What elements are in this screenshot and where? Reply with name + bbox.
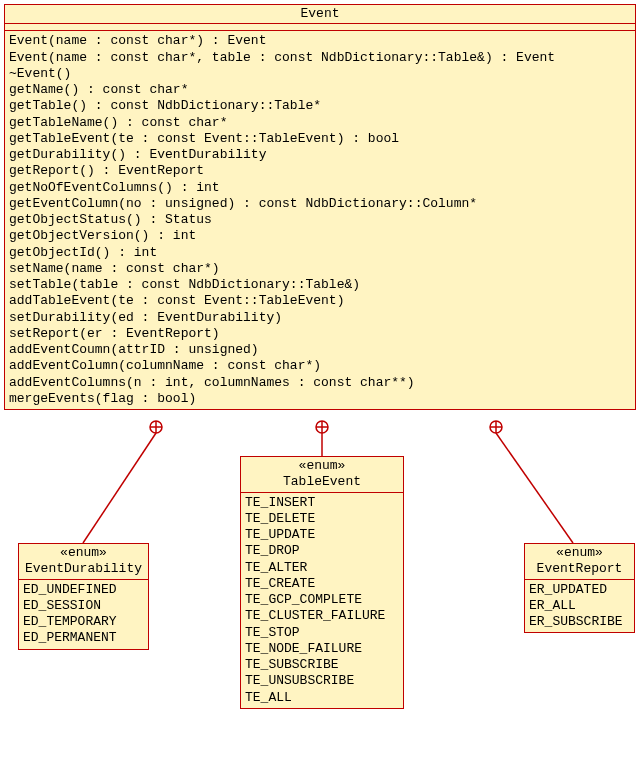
list-item: ED_SESSION	[23, 598, 144, 614]
list-item: TE_UPDATE	[245, 527, 399, 543]
list-item: addEventColumn(columnName : const char*)	[9, 358, 631, 374]
svg-point-8	[490, 421, 502, 433]
list-item: TE_DELETE	[245, 511, 399, 527]
enum-tableevent-values: TE_INSERTTE_DELETETE_UPDATETE_DROPTE_ALT…	[241, 493, 403, 708]
list-item: ER_UPDATED	[529, 582, 630, 598]
list-item: getName() : const char*	[9, 82, 631, 98]
enum-tableevent-name: TableEvent	[244, 474, 400, 490]
list-item: getTableName() : const char*	[9, 115, 631, 131]
list-item: setName(name : const char*)	[9, 261, 631, 277]
enum-eventdurability: «enum» EventDurability ED_UNDEFINEDED_SE…	[18, 543, 149, 650]
stereotype-label: «enum»	[22, 545, 145, 561]
list-item: getObjectVersion() : int	[9, 228, 631, 244]
list-item: addEventColumns(n : int, columnNames : c…	[9, 375, 631, 391]
list-item: ED_UNDEFINED	[23, 582, 144, 598]
svg-point-4	[316, 421, 328, 433]
list-item: getObjectId() : int	[9, 245, 631, 261]
list-item: addEventCoumn(attrID : unsigned)	[9, 342, 631, 358]
list-item: setDurability(ed : EventDurability)	[9, 310, 631, 326]
svg-point-0	[150, 421, 162, 433]
list-item: getDurability() : EventDurability	[9, 147, 631, 163]
list-item: TE_STOP	[245, 625, 399, 641]
class-event: Event Event(name : const char*) : EventE…	[4, 4, 636, 410]
list-item: TE_SUBSCRIBE	[245, 657, 399, 673]
list-item: TE_DROP	[245, 543, 399, 559]
list-item: setReport(er : EventReport)	[9, 326, 631, 342]
list-item: ER_ALL	[529, 598, 630, 614]
list-item: TE_CLUSTER_FAILURE	[245, 608, 399, 624]
list-item: Event(name : const char*) : Event	[9, 33, 631, 49]
list-item: TE_UNSUBSCRIBE	[245, 673, 399, 689]
svg-line-3	[83, 433, 156, 543]
enum-eventreport-title: «enum» EventReport	[525, 544, 634, 580]
list-item: TE_GCP_COMPLETE	[245, 592, 399, 608]
list-item: TE_INSERT	[245, 495, 399, 511]
list-item: TE_ALTER	[245, 560, 399, 576]
svg-line-11	[496, 433, 573, 543]
class-event-attrs	[5, 24, 635, 31]
list-item: TE_CREATE	[245, 576, 399, 592]
enum-tableevent-title: «enum» TableEvent	[241, 457, 403, 493]
list-item: getEventColumn(no : unsigned) : const Nd…	[9, 196, 631, 212]
list-item: getTableEvent(te : const Event::TableEve…	[9, 131, 631, 147]
list-item: getTable() : const NdbDictionary::Table*	[9, 98, 631, 114]
list-item: getReport() : EventReport	[9, 163, 631, 179]
enum-eventreport-values: ER_UPDATEDER_ALLER_SUBSCRIBE	[525, 580, 634, 633]
list-item: TE_NODE_FAILURE	[245, 641, 399, 657]
enum-eventreport-name: EventReport	[528, 561, 631, 577]
list-item: ED_TEMPORARY	[23, 614, 144, 630]
stereotype-label: «enum»	[528, 545, 631, 561]
stereotype-label: «enum»	[244, 458, 400, 474]
list-item: getNoOfEventColumns() : int	[9, 180, 631, 196]
enum-eventdurability-values: ED_UNDEFINEDED_SESSIONED_TEMPORARYED_PER…	[19, 580, 148, 649]
enum-eventdurability-title: «enum» EventDurability	[19, 544, 148, 580]
list-item: ~Event()	[9, 66, 631, 82]
enum-eventdurability-name: EventDurability	[22, 561, 145, 577]
list-item: ER_SUBSCRIBE	[529, 614, 630, 630]
list-item: TE_ALL	[245, 690, 399, 706]
class-event-ops: Event(name : const char*) : EventEvent(n…	[5, 31, 635, 409]
list-item: addTableEvent(te : const Event::TableEve…	[9, 293, 631, 309]
list-item: ED_PERMANENT	[23, 630, 144, 646]
list-item: Event(name : const char*, table : const …	[9, 50, 631, 66]
list-item: mergeEvents(flag : bool)	[9, 391, 631, 407]
list-item: setTable(table : const NdbDictionary::Ta…	[9, 277, 631, 293]
enum-tableevent: «enum» TableEvent TE_INSERTTE_DELETETE_U…	[240, 456, 404, 709]
enum-eventreport: «enum» EventReport ER_UPDATEDER_ALLER_SU…	[524, 543, 635, 633]
list-item: getObjectStatus() : Status	[9, 212, 631, 228]
class-event-title: Event	[5, 5, 635, 24]
